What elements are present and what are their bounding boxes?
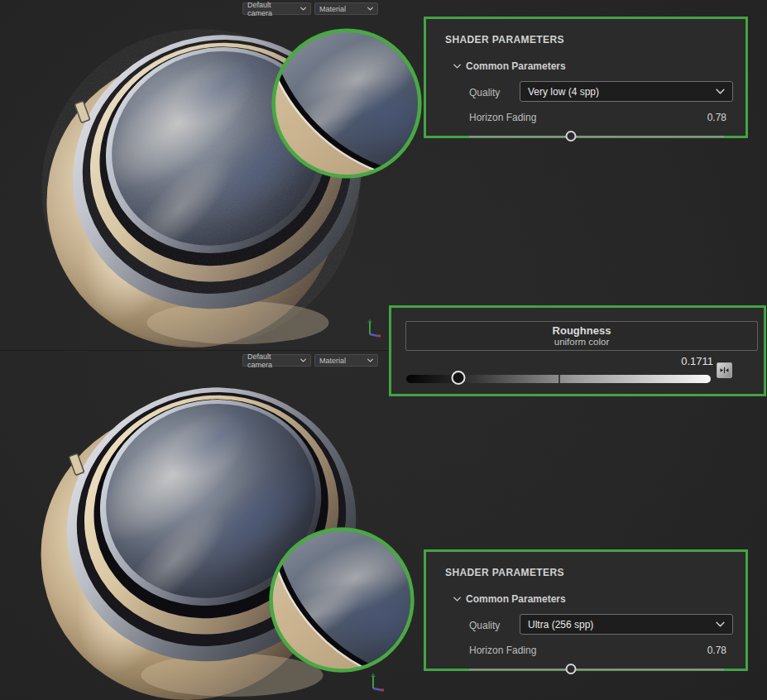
quality-dropdown[interactable]: Ultra (256 spp) bbox=[520, 614, 733, 635]
roughness-value: 0.1711 bbox=[681, 355, 713, 367]
zoom-inset-top bbox=[271, 27, 423, 180]
zoom-inset-bottom bbox=[268, 526, 415, 674]
roughness-panel: Roughness uniform color 0.1711 bbox=[389, 305, 766, 396]
horizon-fading-value: 0.78 bbox=[707, 645, 726, 656]
horizontal-arrows-icon bbox=[719, 365, 730, 376]
slider-handle[interactable] bbox=[566, 131, 577, 141]
slider-track[interactable] bbox=[469, 136, 724, 137]
slider-midpoint-tick bbox=[558, 375, 560, 383]
chevron-down-icon bbox=[367, 7, 373, 11]
shader-parameters-panel-bottom: SHADER PARAMETERS Common Parameters Qual… bbox=[424, 549, 748, 671]
panel-title: SHADER PARAMETERS bbox=[445, 567, 564, 578]
section-common-parameters[interactable]: Common Parameters bbox=[453, 593, 566, 605]
camera-dropdown[interactable]: Default camera bbox=[242, 354, 311, 367]
roughness-subtitle: uniform color bbox=[554, 337, 609, 348]
horizon-fading-label: Horizon Fading bbox=[469, 645, 536, 656]
horizon-fading-value: 0.78 bbox=[707, 112, 726, 123]
viewport-top-toolbar: Default camera Material bbox=[242, 2, 378, 15]
section-label: Common Parameters bbox=[466, 593, 566, 605]
material-dropdown[interactable]: Material bbox=[314, 354, 378, 367]
quality-label: Quality bbox=[469, 87, 500, 98]
app-canvas: Default camera Material Default camera M… bbox=[0, 0, 767, 700]
material-dropdown[interactable]: Material bbox=[314, 2, 378, 15]
roughness-channel-box[interactable]: Roughness uniform color bbox=[405, 321, 758, 351]
section-collapse-icon[interactable] bbox=[453, 64, 461, 69]
material-dropdown-value: Material bbox=[319, 357, 346, 365]
chevron-down-icon bbox=[716, 621, 725, 627]
horizon-fading-slider[interactable] bbox=[469, 131, 724, 142]
horizon-fading-label: Horizon Fading bbox=[469, 112, 536, 123]
quality-dropdown-value: Ultra (256 spp) bbox=[528, 619, 593, 630]
quality-label: Quality bbox=[469, 620, 500, 631]
expand-slider-button[interactable] bbox=[717, 362, 732, 378]
roughness-title: Roughness bbox=[553, 324, 611, 337]
axis-gizmo-icon bbox=[364, 318, 382, 339]
quality-dropdown[interactable]: Very low (4 spp) bbox=[520, 81, 733, 102]
viewport-bottom-toolbar: Default camera Material bbox=[242, 354, 378, 367]
chevron-down-icon bbox=[300, 358, 306, 362]
camera-dropdown[interactable]: Default camera bbox=[242, 2, 311, 15]
quality-dropdown-value: Very low (4 spp) bbox=[528, 86, 599, 98]
section-common-parameters[interactable]: Common Parameters bbox=[453, 60, 566, 72]
roughness-slider[interactable] bbox=[406, 371, 711, 388]
material-dropdown-value: Material bbox=[319, 5, 346, 13]
slider-handle[interactable] bbox=[566, 664, 577, 674]
slider-track[interactable] bbox=[469, 669, 724, 670]
section-collapse-icon[interactable] bbox=[453, 597, 461, 602]
axis-gizmo-icon bbox=[367, 672, 386, 693]
slider-handle[interactable] bbox=[451, 371, 465, 385]
horizon-fading-slider[interactable] bbox=[469, 664, 724, 675]
section-label: Common Parameters bbox=[466, 60, 566, 72]
chevron-down-icon bbox=[716, 89, 725, 94]
camera-dropdown-value: Default camera bbox=[247, 1, 295, 17]
chevron-down-icon bbox=[367, 358, 373, 362]
chevron-down-icon bbox=[300, 7, 306, 11]
shader-parameters-panel-top: SHADER PARAMETERS Common Parameters Qual… bbox=[424, 17, 748, 138]
panel-title: SHADER PARAMETERS bbox=[445, 34, 564, 46]
camera-dropdown-value: Default camera bbox=[247, 352, 295, 369]
